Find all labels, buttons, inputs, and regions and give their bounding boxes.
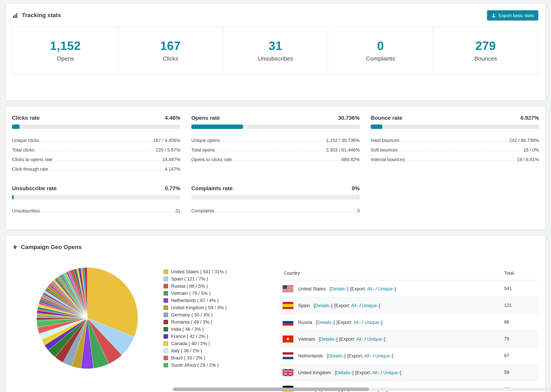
details-link[interactable]: Details	[331, 286, 345, 291]
legend-label: Germany ( 55 / 3% )	[171, 312, 213, 317]
table-row: United Kingdom[Details›][Export: All› / …	[280, 364, 538, 381]
legend-color-swatch	[164, 320, 168, 324]
rate-stat-label: Total clicks	[12, 147, 34, 153]
rates-grid: Clicks rate 4.46% Unique clicks 167 / 4.…	[12, 115, 539, 213]
legend-label: Spain ( 121 / 7% )	[171, 276, 208, 281]
geo-header: Campaign Geo Opens	[13, 241, 538, 253]
chevron-right-icon: ›	[359, 320, 360, 325]
export-all-link[interactable]: All	[353, 320, 359, 325]
stat-value: 31	[269, 39, 282, 53]
export-all-link[interactable]: All	[364, 353, 369, 358]
country-name: Netherlands	[298, 353, 323, 358]
details-link[interactable]: Details	[315, 303, 329, 308]
rate-percentage: 0%	[352, 185, 360, 192]
legend-label: Netherlands ( 67 / 4% )	[171, 298, 219, 303]
export-unique-link[interactable]: Unique	[365, 320, 379, 325]
rate-stat-label: Hard bounces	[371, 138, 399, 143]
legend-color-swatch	[164, 291, 168, 295]
progress-bar-fill	[12, 125, 20, 129]
chevron-right-icon: ›	[373, 287, 374, 291]
dotted-leader	[217, 151, 324, 151]
rate-stat-label: Complaints	[191, 208, 214, 213]
rate-stat-value: 14.497%	[162, 157, 180, 162]
rate-stat-row: Opens to clicks rate 689.82%	[191, 153, 360, 162]
legend-item: Brazil ( 33 / 2% )	[164, 354, 280, 362]
legend-item: Spain ( 121 / 7% )	[164, 275, 280, 283]
dotted-leader	[41, 141, 151, 142]
horizontal-scrollbar-track[interactable]	[173, 388, 551, 391]
dotted-leader	[42, 212, 174, 212]
rate-block: Opens rate 30.736% Unique opens 1,152 / …	[191, 115, 360, 172]
chevron-right-icon: ›	[382, 337, 384, 342]
details-link[interactable]: Details	[336, 370, 350, 375]
dotted-leader	[54, 161, 160, 161]
legend-color-swatch	[164, 284, 168, 288]
table-row: Spain[Details›][Export: All› / Unique›]1…	[280, 297, 538, 314]
export-unique-link[interactable]: Unique	[362, 303, 377, 308]
rate-stat-value: 2,303 / 61.446%	[326, 147, 360, 153]
chevron-right-icon: ›	[362, 337, 363, 342]
dotted-leader	[399, 151, 522, 151]
progress-bar	[191, 125, 360, 129]
rate-stat-value: 4.147%	[165, 167, 180, 172]
campaign-geo-opens-card: Campaign Geo Opens United States ( 541 /…	[6, 235, 545, 392]
dotted-leader	[233, 161, 340, 161]
stat-label: Bounces	[474, 56, 497, 62]
country-name: Vietnam	[298, 336, 315, 342]
legend-color-swatch	[164, 327, 168, 331]
horizontal-scrollbar-thumb[interactable]	[173, 388, 369, 391]
country-flag-icon	[282, 352, 294, 359]
legend-item: India ( 46 / 3% )	[164, 326, 280, 333]
rate-stat-row: Internal bounces 19 / 6.81%	[371, 153, 539, 162]
export-all-link[interactable]: All	[367, 286, 372, 291]
export-basic-stats-button[interactable]: Export basic stats	[487, 10, 538, 21]
rate-stat-label: Opens to clicks rate	[191, 157, 232, 162]
tracking-stats-title: Tracking stats	[22, 12, 61, 19]
dotted-leader	[407, 161, 515, 161]
geo-body: United States ( 541 / 31% ) Spain ( 121 …	[13, 257, 538, 392]
legend-item: Vietnam ( 79 / 5% )	[164, 290, 280, 297]
details-link[interactable]: Details	[328, 353, 342, 358]
details-link[interactable]: Details	[317, 320, 332, 325]
progress-bar-fill	[371, 125, 382, 129]
export-all-link[interactable]: All	[356, 336, 361, 342]
dotted-leader	[50, 170, 163, 170]
stat-cell: 279 Bounces	[433, 27, 538, 75]
country-name: Russia	[298, 320, 312, 325]
rate-title: Bounce rate	[371, 115, 402, 121]
legend-color-swatch	[164, 305, 168, 310]
rate-stat-row: Complaints 0	[191, 204, 360, 213]
geo-pie-chart[interactable]	[13, 257, 162, 392]
chevron-right-icon: ›	[377, 303, 379, 308]
country-flag-icon	[282, 318, 294, 326]
chevron-right-icon: ›	[330, 303, 331, 308]
export-unique-link[interactable]: Unique	[378, 286, 393, 291]
legend-item: United Kingdom ( 59 / 3% )	[164, 304, 280, 311]
export-unique-link[interactable]: Unique	[367, 336, 382, 342]
legend-color-swatch	[164, 341, 168, 346]
export-all-link[interactable]: All	[351, 303, 356, 308]
country-flag-icon	[282, 285, 294, 293]
legend-color-swatch	[164, 356, 168, 360]
bar-chart-icon	[13, 13, 19, 18]
rate-block: Bounce rate 6.927% Hard bounces 242 / 86…	[371, 115, 539, 172]
geo-table-body: United States[Details›][Export: All› / U…	[280, 280, 538, 392]
details-link[interactable]: Details	[320, 336, 334, 342]
stat-label: Clicks	[163, 56, 178, 62]
rate-percentage: 4.46%	[165, 115, 180, 121]
country-cell: Netherlands[Details›][Export: All› / Uni…	[280, 347, 500, 364]
country-total: 541	[500, 280, 538, 297]
legend-color-swatch	[164, 313, 168, 317]
export-button-label: Export basic stats	[499, 13, 534, 18]
progress-bar-fill	[12, 195, 14, 199]
export-unique-link[interactable]: Unique	[383, 370, 398, 375]
legend-item: France ( 42 / 2% )	[164, 333, 280, 340]
export-all-link[interactable]: All	[372, 370, 377, 375]
legend-label: Romania ( 49 / 3% )	[171, 320, 212, 325]
legend-label: Russia ( 86 / 5% )	[171, 284, 208, 289]
chevron-right-icon: ›	[393, 287, 395, 291]
rate-stat-value: 242 / 86.738%	[509, 138, 539, 143]
export-unique-link[interactable]: Unique	[375, 353, 390, 358]
country-name: Spain	[298, 303, 310, 308]
legend-label: France ( 42 / 2% )	[171, 334, 208, 339]
